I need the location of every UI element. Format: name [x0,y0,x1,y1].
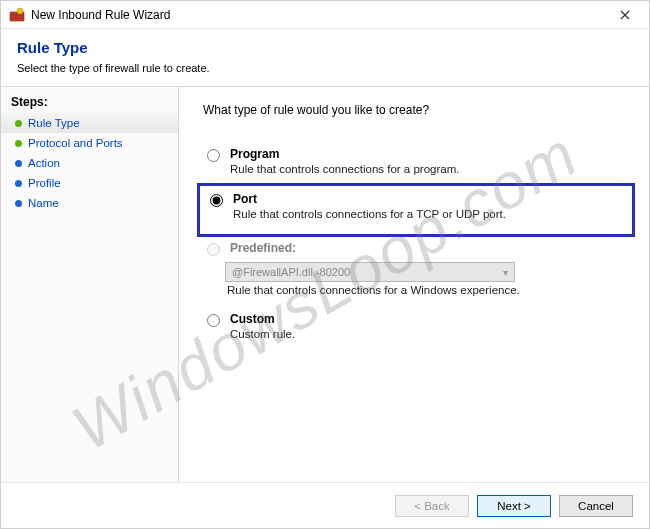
firewall-icon [9,7,25,23]
close-icon [620,7,630,23]
step-profile[interactable]: Profile [1,173,178,193]
radio-program[interactable] [207,149,220,162]
step-action[interactable]: Action [1,153,178,173]
step-protocol-and-ports[interactable]: Protocol and Ports [1,133,178,153]
question-text: What type of rule would you like to crea… [203,103,629,117]
step-label: Profile [28,177,61,189]
predefined-dropdown-value: @FirewallAPI.dll,-80200 [232,266,350,278]
wizard-content: What type of rule would you like to crea… [179,87,649,482]
step-bullet-icon [15,160,22,167]
step-label: Name [28,197,59,209]
cancel-button[interactable]: Cancel [559,495,633,517]
wizard-body: Steps: Rule Type Protocol and Ports Acti… [1,87,649,482]
step-bullet-icon [15,200,22,207]
svg-point-6 [17,8,23,14]
titlebar: New Inbound Rule Wizard [1,1,649,29]
radio-predefined [207,243,220,256]
chevron-down-icon: ▾ [503,267,508,278]
step-label: Rule Type [28,117,80,129]
wizard-window: New Inbound Rule Wizard Rule Type Select… [0,0,650,529]
option-desc: Custom rule. [230,328,295,340]
step-bullet-icon [15,120,22,127]
radio-port[interactable] [210,194,223,207]
option-title: Program [230,147,459,161]
option-desc: Rule that controls connections for a Win… [227,284,629,296]
radio-custom[interactable] [207,314,220,327]
option-desc: Rule that controls connections for a TCP… [233,208,506,220]
highlight-box: Port Rule that controls connections for … [197,183,635,237]
step-name[interactable]: Name [1,193,178,213]
page-subtitle: Select the type of firewall rule to crea… [17,62,633,74]
step-label: Protocol and Ports [28,137,123,149]
option-program[interactable]: Program Rule that controls connections f… [205,145,629,177]
option-custom[interactable]: Custom Custom rule. [205,310,629,342]
wizard-footer: < Back Next > Cancel [1,482,649,528]
step-label: Action [28,157,60,169]
option-port[interactable]: Port Rule that controls connections for … [208,190,626,222]
option-title: Custom [230,312,295,326]
step-bullet-icon [15,140,22,147]
back-button: < Back [395,495,469,517]
steps-heading: Steps: [1,95,178,113]
page-title: Rule Type [17,39,633,56]
wizard-header: Rule Type Select the type of firewall ru… [1,29,649,86]
option-title: Predefined: [230,241,296,255]
close-button[interactable] [605,2,645,28]
step-rule-type[interactable]: Rule Type [1,113,178,133]
window-title: New Inbound Rule Wizard [31,8,605,22]
step-bullet-icon [15,180,22,187]
next-button[interactable]: Next > [477,495,551,517]
option-desc: Rule that controls connections for a pro… [230,163,459,175]
option-predefined[interactable]: Predefined: [205,239,629,258]
steps-sidebar: Steps: Rule Type Protocol and Ports Acti… [1,87,179,482]
option-title: Port [233,192,506,206]
predefined-dropdown: @FirewallAPI.dll,-80200 ▾ [225,262,515,282]
